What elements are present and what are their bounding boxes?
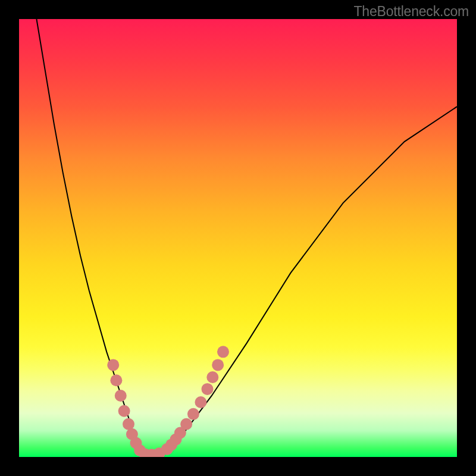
- chart-svg: [19, 19, 457, 457]
- marker-dot: [195, 396, 206, 408]
- marker-dot: [115, 390, 127, 402]
- marker-dot: [206, 371, 218, 383]
- marker-dot: [110, 374, 122, 386]
- watermark-text: TheBottleneck.com: [354, 4, 469, 20]
- marker-dot: [187, 408, 199, 420]
- curve-path: [36, 19, 457, 455]
- marker-dot: [212, 359, 224, 371]
- curve-layer: [36, 19, 457, 455]
- chart-plot-area: [19, 19, 457, 457]
- marker-dot: [118, 405, 130, 417]
- marker-dot: [201, 383, 213, 395]
- marker-dot: [107, 359, 119, 371]
- markers-layer: [107, 346, 229, 457]
- marker-dot: [180, 418, 192, 430]
- chart-frame: TheBottleneck.com: [0, 0, 476, 476]
- marker-dot: [217, 346, 229, 358]
